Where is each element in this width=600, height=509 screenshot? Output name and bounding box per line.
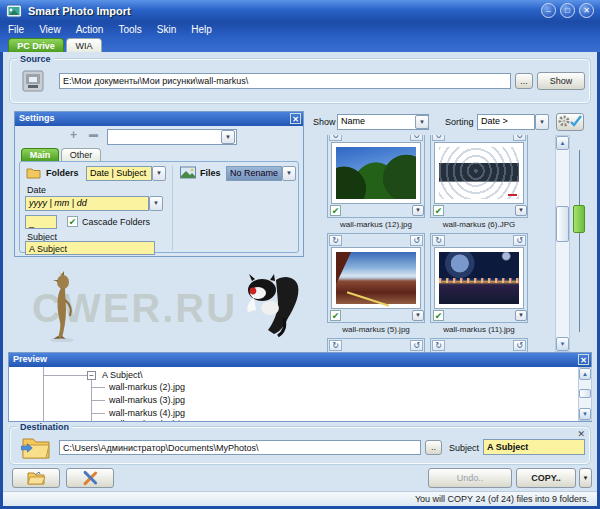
tab-wia[interactable]: WIA	[66, 38, 102, 52]
statusbar: You will COPY 24 (of 24) files into 9 fo…	[3, 491, 597, 506]
maximize-button[interactable]: □	[560, 3, 575, 18]
preview-close-icon[interactable]: ✕	[578, 354, 589, 365]
titlebar: Smart Photo Import – □ ✕	[0, 0, 600, 22]
tree-item[interactable]: wall-markus (2).jpg	[109, 382, 185, 392]
thumbnail-cell[interactable]: ↻ ↺ ✔ ▼	[430, 135, 528, 218]
source-path-input[interactable]: E:\Мои документы\Мои рисунки\wall-markus…	[59, 73, 511, 89]
rotate-cw-icon[interactable]: ↺	[513, 235, 526, 246]
remove-preset-icon[interactable]: ▬	[89, 129, 98, 139]
folders-dropdown-icon[interactable]: ▼	[152, 166, 166, 181]
menu-view[interactable]: View	[39, 24, 61, 35]
show-dropdown-icon[interactable]: ▼	[415, 115, 429, 129]
thumbnail-image[interactable]	[439, 252, 519, 304]
files-dropdown-icon[interactable]: ▼	[282, 166, 296, 181]
tree-guide-line	[91, 387, 105, 388]
rotate-cw-icon[interactable]: ↺	[513, 340, 526, 351]
rotate-cw-icon[interactable]: ↺	[410, 340, 423, 351]
thumbnail-image[interactable]	[336, 252, 416, 304]
source-browse-button[interactable]: ...	[515, 73, 533, 89]
destination-path-input[interactable]: C:\Users\Администратор\Documents\MyPhoto…	[59, 440, 421, 455]
settings-tab-other[interactable]: Other	[61, 148, 101, 161]
preset-combobox[interactable]	[107, 129, 237, 145]
clear-subject-icon[interactable]: ✕	[577, 429, 585, 439]
scroll-up-icon[interactable]: ▲	[579, 368, 591, 380]
files-combobox[interactable]: No Rename	[226, 166, 282, 181]
tree-item[interactable]: wall-markus (4).jpg	[109, 408, 185, 418]
thumbnail-cell[interactable]: ↻ ↺ ✔ ▼	[327, 233, 425, 323]
menu-file[interactable]: File	[8, 24, 24, 35]
rotate-ccw-icon[interactable]: ↻	[432, 135, 445, 141]
show-label: Show	[313, 117, 336, 127]
sorting-dropdown-icon[interactable]: ▼	[535, 114, 549, 130]
coyote-mascot	[44, 270, 84, 342]
undo-button[interactable]: Undo..	[428, 468, 512, 488]
cascade-folders-label: Cascade Folders	[82, 217, 150, 227]
menu-skin[interactable]: Skin	[157, 24, 176, 35]
thumbnail-cell[interactable]: ↻ ↺	[327, 338, 425, 352]
select-checkbox[interactable]: ✔	[330, 310, 341, 321]
tree-root-node[interactable]: A Subject\	[102, 370, 143, 380]
rotate-cw-icon[interactable]: ↺	[410, 235, 423, 246]
scrollbar-thumb[interactable]	[556, 206, 569, 242]
thumbnail-image[interactable]	[336, 147, 416, 199]
open-folder-button[interactable]	[12, 468, 60, 488]
tree-collapse-icon[interactable]: −	[87, 371, 96, 380]
select-checkbox[interactable]: ✔	[433, 205, 444, 216]
destination-browse-button[interactable]: ..	[425, 440, 442, 455]
add-preset-icon[interactable]: +	[70, 128, 77, 142]
view-options-button[interactable]	[556, 113, 584, 131]
thumbnail-filename: wall-markus (6).JPG	[424, 220, 534, 229]
rotate-cw-icon[interactable]: ↺	[513, 135, 526, 141]
rotate-ccw-icon[interactable]: ↻	[432, 235, 445, 246]
scrollbar-thumb[interactable]	[579, 389, 591, 398]
rotate-ccw-icon[interactable]: ↻	[329, 235, 342, 246]
folders-label: Folders	[46, 168, 79, 178]
cascade-folders-checkbox[interactable]: ✔	[67, 216, 78, 227]
select-checkbox[interactable]: ✔	[330, 205, 341, 216]
subject-input[interactable]: A Subject	[25, 241, 155, 255]
select-checkbox[interactable]: ✔	[433, 310, 444, 321]
thumb-menu-icon[interactable]: ▼	[412, 205, 424, 216]
close-button[interactable]: ✕	[579, 3, 594, 18]
source-show-button[interactable]: Show	[537, 72, 585, 90]
rotate-cw-icon[interactable]: ↺	[410, 135, 423, 141]
thumbnail-image[interactable]	[439, 147, 519, 199]
preview-scrollbar[interactable]: ▲ ▼	[578, 367, 592, 421]
rotate-ccw-icon[interactable]: ↻	[432, 340, 445, 351]
scroll-up-icon[interactable]: ▲	[556, 136, 569, 150]
settings-tools-button[interactable]	[66, 468, 114, 488]
settings-tab-main[interactable]: Main	[21, 148, 59, 161]
date-format-dropdown-icon[interactable]: ▼	[149, 196, 163, 211]
copy-options-dropdown-icon[interactable]: ▼	[579, 468, 592, 488]
separator-input[interactable]: _	[25, 215, 57, 229]
thumbnails-scrollbar[interactable]: ▲ ▼	[555, 135, 570, 352]
rotate-ccw-icon[interactable]: ↻	[329, 135, 342, 141]
thumbnail-filename: wall-markus (12).jpg	[321, 220, 431, 229]
thumbnail-cell[interactable]: ↻ ↺	[430, 338, 528, 352]
tree-item[interactable]: wall-markus (16).jpg	[109, 419, 190, 421]
folders-combobox[interactable]: Date | Subject	[86, 166, 152, 181]
thumb-menu-icon[interactable]: ▼	[515, 310, 527, 321]
menu-tools[interactable]: Tools	[118, 24, 141, 35]
scroll-down-icon[interactable]: ▼	[579, 408, 591, 420]
copy-button[interactable]: COPY..	[516, 468, 576, 488]
preset-dropdown-icon[interactable]: ▼	[221, 130, 235, 144]
menu-action[interactable]: Action	[76, 24, 104, 35]
tree-item[interactable]: wall-markus (3).jpg	[109, 395, 185, 405]
thumbnail-cell[interactable]: ↻ ↺ ✔ ▼	[327, 135, 425, 218]
destination-subject-input[interactable]: A Subject	[483, 439, 585, 455]
date-format-combobox[interactable]: yyyy | mm | dd	[25, 196, 149, 211]
zoom-slider-track[interactable]	[579, 150, 580, 332]
rotate-ccw-icon[interactable]: ↻	[329, 340, 342, 351]
tab-pc-drive[interactable]: PC Drive	[8, 38, 64, 52]
thumbnail-cell[interactable]: ↻ ↺ ✔ ▼	[430, 233, 528, 323]
zoom-slider-handle[interactable]	[573, 205, 585, 233]
sorting-combobox[interactable]: Date >	[477, 114, 535, 130]
minimize-button[interactable]: –	[541, 3, 556, 18]
menu-help[interactable]: Help	[191, 24, 212, 35]
app-window: Smart Photo Import – □ ✕ File View Actio…	[0, 0, 600, 509]
settings-close-icon[interactable]: ✕	[290, 113, 301, 124]
scroll-down-icon[interactable]: ▼	[556, 337, 569, 351]
thumb-menu-icon[interactable]: ▼	[412, 310, 424, 321]
thumb-menu-icon[interactable]: ▼	[515, 205, 527, 216]
